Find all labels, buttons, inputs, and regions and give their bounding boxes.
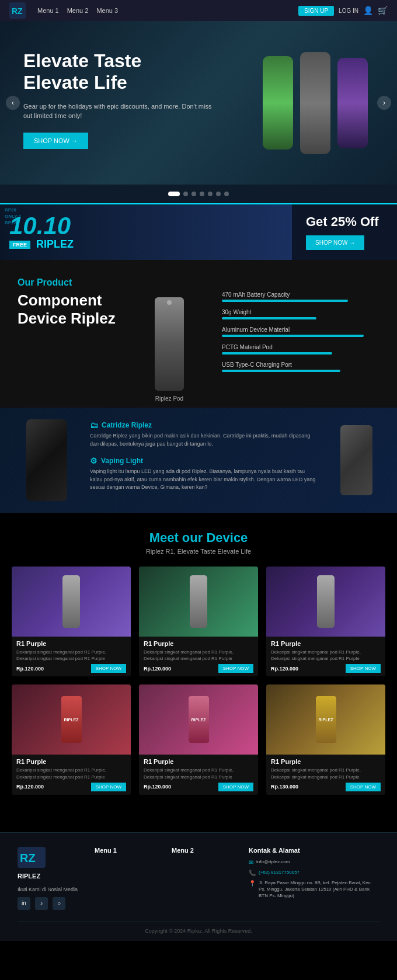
email-icon: ✉	[249, 859, 253, 866]
product-visual: Riplez Pod	[123, 291, 216, 408]
footer-menu-2: Menu 2	[172, 847, 237, 910]
promo-discount-text: Get 25% Off	[306, 214, 383, 230]
product-name-6: R1 Purple	[271, 758, 381, 765]
comp-device-right	[327, 425, 385, 495]
product-shop-button-5[interactable]: SHOP NOW	[218, 783, 253, 791]
promo-free-label: FREE	[9, 241, 30, 249]
nav-menu-item-3[interactable]: Menu 3	[96, 7, 118, 14]
spec-label-4: PCTG Material Pod	[222, 344, 379, 350]
specs-list: 470 mAh Battery Capacity 30g Weight Alum…	[216, 291, 379, 408]
spec-item-5: USB Type-C Charging Port	[222, 362, 379, 372]
nav-menu-item-2[interactable]: Menu 2	[67, 7, 89, 14]
promo-cta-button[interactable]: SHOP NOW →	[306, 235, 364, 250]
spec-bar-2	[222, 317, 316, 319]
signup-button[interactable]: SIGN UP	[298, 6, 334, 16]
pod-image	[155, 297, 184, 391]
product-desc-1: Dekaripsi singkat menganai pod R1 Purple…	[16, 649, 126, 662]
product-desc-3: Dekaripsi singkat menganai pod R1 Purple…	[271, 649, 381, 662]
hero-product-green	[263, 56, 293, 150]
product-info: Component Device Riplez	[18, 291, 123, 408]
dot-7[interactable]	[224, 192, 229, 196]
product-card-body-1: R1 Purple Dekaripsi singkat menganai pod…	[12, 637, 131, 676]
cart-icon[interactable]: 🛒	[378, 6, 388, 15]
user-icon[interactable]: 👤	[363, 6, 373, 15]
comp-details: 🗂 Catridze Riplez Cartridge Riplez yang …	[82, 421, 327, 500]
footer-menu-1: Menu 1	[95, 847, 160, 910]
hero-cta-button[interactable]: SHOP NOW →	[23, 133, 88, 149]
comp-vaping-desc: Vaping light itu lampu LED yang ada di p…	[90, 468, 319, 492]
product-image-6: RIPLEZ	[266, 684, 385, 755]
dot-5[interactable]	[208, 192, 213, 196]
product-footer-5: Rp.120.000 SHOP NOW	[144, 783, 253, 791]
navbar-left: RZ Menu 1 Menu 2 Menu 3	[9, 2, 118, 19]
footer-logo-text: RIPLEZ	[18, 873, 83, 880]
instagram-icon[interactable]: ○	[53, 897, 65, 910]
product-grid-row1: R1 Purple Dekaripsi singkat menganai pod…	[12, 567, 385, 676]
linkedin-icon[interactable]: in	[18, 897, 30, 910]
comp-catridge-desc: Cartridge Riplez yang bikin pod makin as…	[90, 432, 319, 448]
product-card-5: RIPLEZ R1 Purple Dekaripsi singkat menga…	[139, 684, 258, 794]
nav-menu-item-1[interactable]: Menu 1	[37, 7, 59, 14]
vaping-icon: ⚙	[90, 456, 97, 465]
brand-logo[interactable]: RZ	[9, 2, 26, 19]
product-shop-button-4[interactable]: SHOP NOW	[91, 783, 126, 791]
navbar: RZ Menu 1 Menu 2 Menu 3 SIGN UP LOG IN 👤…	[0, 0, 397, 21]
product-price-6: Rp.130.000	[271, 784, 298, 790]
product-card-1: R1 Purple Dekaripsi singkat menganai pod…	[12, 567, 131, 676]
product-shop-button-6[interactable]: SHOP NOW	[346, 783, 381, 791]
promo-left: RP20ONLY 2RP22K 10.10 FREE RIPLEZ	[0, 204, 292, 260]
footer-copyright: Copyright © 2024 Riplez. All Rights Rese…	[18, 922, 379, 934]
section-tag: Our Product	[18, 277, 379, 288]
product-footer-1: Rp.120.000 SHOP NOW	[16, 664, 126, 673]
dot-6[interactable]	[216, 192, 221, 196]
product-name-1: R1 Purple	[16, 640, 126, 647]
product-shop-button-1[interactable]: SHOP NOW	[91, 664, 126, 673]
dot-4[interactable]	[200, 192, 204, 196]
contact-phone-item: 📞 (+62) 81317750057	[249, 869, 379, 876]
dot-1[interactable]	[168, 192, 180, 196]
hero-dots	[0, 185, 397, 203]
dot-3[interactable]	[191, 192, 196, 196]
promo-right: Get 25% Off SHOP NOW →	[292, 205, 397, 259]
promo-banner: RP20ONLY 2RP22K 10.10 FREE RIPLEZ Get 25…	[0, 203, 397, 260]
promo-riplez-label: RIPLEZ	[36, 238, 74, 251]
product-card-body-6: R1 Purple Dekaripsi singkat menganai pod…	[266, 755, 385, 794]
tiktok-icon[interactable]: ♪	[35, 897, 48, 910]
product-name-2: R1 Purple	[144, 640, 253, 647]
product-image-2	[139, 567, 258, 637]
product-card-body-4: R1 Purple Dekaripsi singkat menganai pod…	[12, 755, 131, 794]
footer-logo: RZ RIPLEZ	[18, 847, 83, 880]
login-button[interactable]: LOG IN	[339, 8, 358, 14]
product-shop-button-2[interactable]: SHOP NOW	[218, 664, 253, 673]
product-card-2: R1 Purple Dekaripsi singkat menganai pod…	[139, 567, 258, 676]
our-product-section: Our Product Component Device Riplez Ripl…	[0, 260, 397, 408]
product-card-4: RIPLEZ R1 Purple Dekaripsi singkat menga…	[12, 684, 131, 794]
product-desc-5: Dekaripsi singkat menganai pod R1 Purple…	[144, 767, 253, 780]
contact-phone[interactable]: (+62) 81317750057	[259, 869, 300, 875]
spec-item-4: PCTG Material Pod	[222, 344, 379, 355]
product-shop-button-3[interactable]: SHOP NOW	[346, 664, 381, 673]
device-image-right	[340, 425, 372, 495]
spec-label-3: Aluminum Device Material	[222, 326, 379, 333]
comp-device-left	[12, 419, 82, 501]
comp-vaping: ⚙ Vaping Light Vaping light itu lampu LE…	[90, 456, 319, 492]
product-image-4: RIPLEZ	[12, 684, 131, 755]
nav-menu: Menu 1 Menu 2 Menu 3	[37, 7, 118, 14]
product-price-3: Rp.120.000	[271, 666, 298, 672]
hero-title: Elevate Taste Elevate Life	[23, 50, 216, 93]
spec-item-3: Aluminum Device Material	[222, 326, 379, 337]
product-card-6: RIPLEZ R1 Purple Dekaripsi singkat menga…	[266, 684, 385, 794]
product-footer-2: Rp.120.000 SHOP NOW	[144, 664, 253, 673]
catridge-icon: 🗂	[90, 421, 98, 430]
dot-2[interactable]	[183, 192, 188, 196]
svg-text:RZ: RZ	[12, 6, 23, 16]
meet-device-section: Meet our Device Riplez R1, Elevate Taste…	[0, 513, 397, 821]
location-icon: 📍	[249, 880, 256, 887]
product-image-3	[266, 567, 385, 637]
footer-grid: RZ RIPLEZ Ikuti Kami di Sosial Media in …	[18, 847, 379, 910]
hero-product-gray	[300, 52, 330, 154]
footer-contact: Kontak & Alamat ✉ info@riplez.com 📞 (+62…	[249, 847, 379, 910]
spec-label-2: 30g Weight	[222, 309, 379, 315]
hero-next-button[interactable]: ›	[377, 96, 391, 110]
hero-prev-button[interactable]: ‹	[6, 96, 20, 110]
